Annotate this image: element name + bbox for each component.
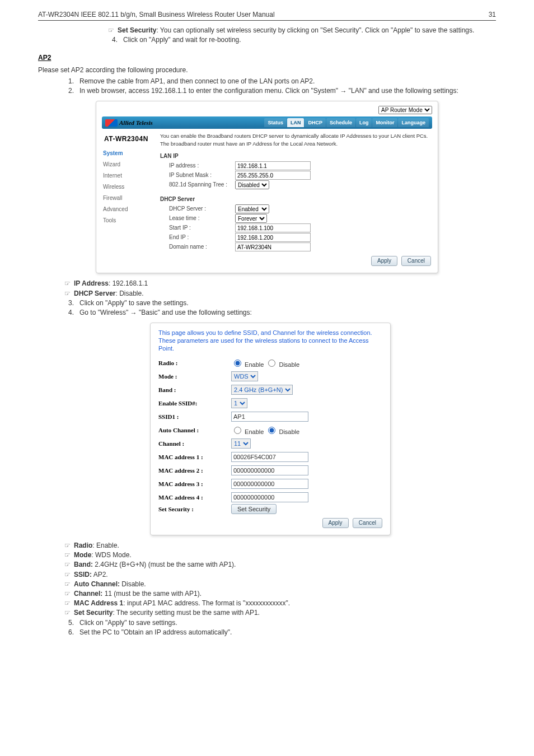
step-4-num: 4.: [104, 35, 118, 44]
hand-icon: ☞: [60, 279, 74, 288]
hand-icon: ☞: [60, 608, 74, 617]
screenshot-router-lan: AP Router Mode Allied Telesis StatusLAND…: [96, 101, 438, 273]
hand-icon: ☞: [60, 580, 74, 589]
hand-icon: ☞: [60, 289, 74, 298]
cancel-button[interactable]: Cancel: [353, 518, 382, 528]
wireless-desc: This page allows you to define SSID, and…: [158, 329, 382, 352]
apply-button[interactable]: Apply: [322, 518, 349, 528]
header-left: AT-WR2304N IEEE 802.11 b/g/n, Small Busi…: [38, 10, 275, 19]
hand-icon: ☞: [60, 599, 74, 608]
after2-s6: Set the PC to "Obtain an IP address auto…: [79, 628, 496, 637]
tab-dhcp[interactable]: DHCP: [305, 118, 326, 127]
hand-icon: ☞: [60, 589, 74, 598]
ap2-s1: Remove the cable from AP1, and then conn…: [79, 77, 496, 86]
ap2-s2: In web browser, access 192.168.1.1 to en…: [79, 86, 496, 95]
nav-wizard[interactable]: Wizard: [103, 159, 150, 170]
set-security-button[interactable]: Set Security: [231, 504, 277, 514]
tab-monitor[interactable]: Monitor: [372, 118, 397, 127]
tab-lan[interactable]: LAN: [287, 118, 305, 127]
ap2-heading: AP2: [38, 53, 51, 62]
nav-firewall[interactable]: Firewall: [103, 193, 150, 204]
arrow-icon: →: [340, 87, 346, 96]
hand-icon: ☞: [60, 570, 74, 579]
after2-s5: Click on "Apply" to save settings.: [79, 618, 496, 627]
ap-mode-select[interactable]: AP Router Mode: [378, 106, 432, 114]
tab-schedule[interactable]: Schedule: [326, 118, 355, 127]
nav-tools[interactable]: Tools: [103, 215, 150, 226]
hand-icon: ☞: [60, 550, 74, 559]
apply-button[interactable]: Apply: [371, 256, 397, 266]
brand-logo: Allied Telesis: [105, 119, 153, 127]
arrow-icon: →: [130, 309, 137, 318]
screenshot-wireless-basic: This page allows you to define SSID, and…: [150, 323, 391, 535]
hand-icon: ☞: [60, 560, 74, 569]
intro-set-security: Set Security: You can optionally set wir…: [118, 26, 496, 35]
step-4-text: Click on "Apply" and wait for re-booting…: [123, 35, 496, 44]
nav-system[interactable]: System: [103, 148, 150, 159]
ap2-n1: 1.: [60, 77, 74, 86]
lanip-title: LAN IP: [160, 152, 431, 160]
nav-advanced[interactable]: Advanced: [103, 204, 150, 215]
model-label: AT-WR2304N: [104, 136, 150, 142]
header-page-number: 31: [489, 10, 496, 19]
hand-icon: ☞: [104, 26, 118, 35]
hand-icon: ☞: [60, 541, 74, 550]
ap2-lead: Please set AP2 according the following p…: [38, 66, 496, 74]
tab-language[interactable]: Language: [398, 118, 429, 127]
tab-log[interactable]: Log: [356, 118, 372, 127]
cancel-button[interactable]: Cancel: [401, 256, 431, 266]
ap2-n2: 2.: [60, 86, 74, 95]
after1-s3: Click on "Apply" to save the settings.: [79, 298, 496, 307]
dhcp-title: DHCP Server: [160, 195, 431, 203]
nav-internet[interactable]: Internet: [103, 170, 150, 181]
tab-status[interactable]: Status: [264, 118, 287, 127]
lan-note: You can enable the Broadband routers DHC…: [160, 132, 431, 148]
after1-s4: Go to "Wireless" → "Basic" and use the f…: [79, 308, 496, 317]
nav-wireless[interactable]: Wireless: [103, 181, 150, 193]
